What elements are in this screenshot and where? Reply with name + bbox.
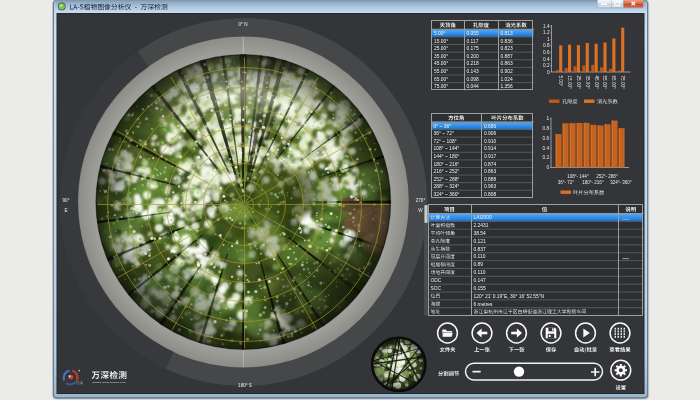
svg-text:0.837: 0.837	[474, 247, 487, 252]
svg-text:0.110: 0.110	[474, 254, 486, 259]
svg-text:0.8: 0.8	[542, 126, 549, 131]
svg-text:0.8: 0.8	[543, 43, 550, 48]
svg-text:180°- 216°: 180°- 216°	[582, 180, 604, 185]
svg-text:1: 1	[546, 116, 549, 121]
svg-text:0.888: 0.888	[484, 177, 497, 182]
svg-text:0.2: 0.2	[542, 155, 549, 160]
svg-text:55.00°: 55.00°	[602, 76, 607, 89]
svg-text:324°- 360°: 324°- 360°	[610, 180, 632, 185]
svg-text:0.686: 0.686	[484, 124, 497, 129]
svg-text:0.2: 0.2	[543, 63, 550, 68]
svg-text:ODC: ODC	[431, 278, 442, 283]
svg-text:0.044: 0.044	[467, 84, 480, 89]
svg-text:35.00°: 35.00°	[585, 76, 590, 89]
svg-text:36°- 72°: 36°- 72°	[558, 180, 575, 185]
svg-text:0.147: 0.147	[474, 278, 487, 283]
svg-text:38.54: 38.54	[474, 231, 487, 236]
svg-text:108° ~ 144°: 108° ~ 144°	[434, 146, 460, 151]
svg-text:0.117: 0.117	[467, 39, 479, 44]
svg-text:25.00°: 25.00°	[576, 76, 581, 89]
svg-text:0.121: 0.121	[474, 239, 487, 244]
svg-text:6 metres: 6 metres	[474, 302, 494, 307]
svg-text:0.808: 0.808	[484, 192, 497, 197]
svg-text:1.024: 1.024	[501, 77, 514, 82]
svg-text:5.00°: 5.00°	[434, 31, 446, 36]
svg-text:216° ~ 252°: 216° ~ 252°	[434, 169, 460, 174]
svg-text:0.823: 0.823	[501, 46, 514, 51]
svg-text:0.143: 0.143	[467, 69, 480, 74]
svg-text:0.155: 0.155	[474, 286, 487, 291]
svg-text:0.963: 0.963	[484, 184, 497, 189]
svg-text:0.055: 0.055	[467, 31, 480, 36]
svg-text:45.00°: 45.00°	[594, 76, 599, 89]
svg-text:0° N: 0° N	[239, 22, 248, 27]
svg-text:0.110: 0.110	[474, 270, 486, 275]
svg-text:108°- 144°: 108°- 144°	[567, 174, 589, 179]
svg-text:0: 0	[547, 70, 550, 75]
svg-text:0.4: 0.4	[543, 57, 550, 62]
svg-text:288° ~ 324°: 288° ~ 324°	[434, 184, 460, 189]
svg-text:180° S: 180° S	[238, 383, 252, 388]
svg-text:0.914: 0.914	[484, 146, 497, 151]
svg-text:75.00°: 75.00°	[620, 76, 625, 89]
svg-text:0.906: 0.906	[484, 131, 497, 136]
svg-text:55.00°: 55.00°	[434, 69, 448, 74]
svg-text:120° 21' 0.19"E, 30° 16' 52.5: 120° 21' 0.19"E, 30° 16' 52.55"N	[474, 294, 545, 299]
svg-text:0: 0	[546, 165, 549, 170]
svg-text:45.00°: 45.00°	[434, 61, 448, 66]
svg-text:0.887: 0.887	[501, 54, 514, 59]
svg-text:324° ~ 360°: 324° ~ 360°	[434, 192, 460, 197]
svg-text:0.902: 0.902	[501, 69, 514, 74]
svg-text:252°- 288°: 252°- 288°	[596, 174, 618, 179]
svg-text:SOC: SOC	[431, 286, 442, 291]
svg-text:75.00°: 75.00°	[434, 84, 448, 89]
svg-text:0.863: 0.863	[484, 169, 497, 174]
svg-text:35.00°: 35.00°	[434, 54, 448, 59]
svg-text:0.098: 0.098	[467, 77, 480, 82]
svg-text:1.2: 1.2	[543, 30, 550, 35]
svg-text:0.6: 0.6	[543, 50, 550, 55]
svg-text:1: 1	[547, 37, 550, 42]
svg-text:0° ~ 36°: 0° ~ 36°	[434, 124, 452, 129]
svg-text:0.6: 0.6	[542, 136, 549, 141]
svg-text:15.00°: 15.00°	[567, 76, 572, 89]
svg-text:0.4: 0.4	[542, 146, 549, 151]
svg-text:90°: 90°	[63, 198, 70, 203]
svg-text:65.00°: 65.00°	[434, 77, 448, 82]
svg-text:0.874: 0.874	[484, 162, 497, 167]
svg-text:270°: 270°	[416, 198, 426, 203]
svg-text:0.863: 0.863	[501, 61, 514, 66]
svg-text:144° ~ 180°: 144° ~ 180°	[434, 154, 460, 159]
svg-text:65.00°: 65.00°	[611, 76, 616, 89]
svg-text:36° ~ 72°: 36° ~ 72°	[434, 131, 454, 136]
svg-text:2.2431: 2.2431	[474, 223, 489, 228]
svg-text:0.89: 0.89	[474, 262, 484, 267]
svg-text:E: E	[64, 208, 67, 213]
svg-text:0.175: 0.175	[467, 46, 480, 51]
svg-text:0.910: 0.910	[484, 139, 497, 144]
svg-text:25.00°: 25.00°	[434, 46, 448, 51]
svg-text:W: W	[418, 208, 423, 213]
svg-text:1.4: 1.4	[543, 24, 550, 29]
svg-text:0.813: 0.813	[501, 31, 514, 36]
svg-text:0.200: 0.200	[467, 54, 480, 59]
svg-text:0.218: 0.218	[467, 61, 480, 66]
svg-text:0.836: 0.836	[501, 39, 514, 44]
svg-text:0.917: 0.917	[484, 154, 497, 159]
svg-text:WSEEN WWW.WSEEN.COM: WSEEN WWW.WSEEN.COM	[92, 381, 125, 383]
svg-text:180° ~ 216°: 180° ~ 216°	[434, 162, 460, 167]
svg-text:15.00°: 15.00°	[434, 39, 448, 44]
svg-text:1.356: 1.356	[501, 84, 514, 89]
svg-text:252° ~ 288°: 252° ~ 288°	[434, 177, 460, 182]
svg-text:5.00°: 5.00°	[558, 76, 563, 87]
svg-text:LAI2000: LAI2000	[474, 215, 493, 220]
svg-text:72° ~ 108°: 72° ~ 108°	[434, 139, 457, 144]
